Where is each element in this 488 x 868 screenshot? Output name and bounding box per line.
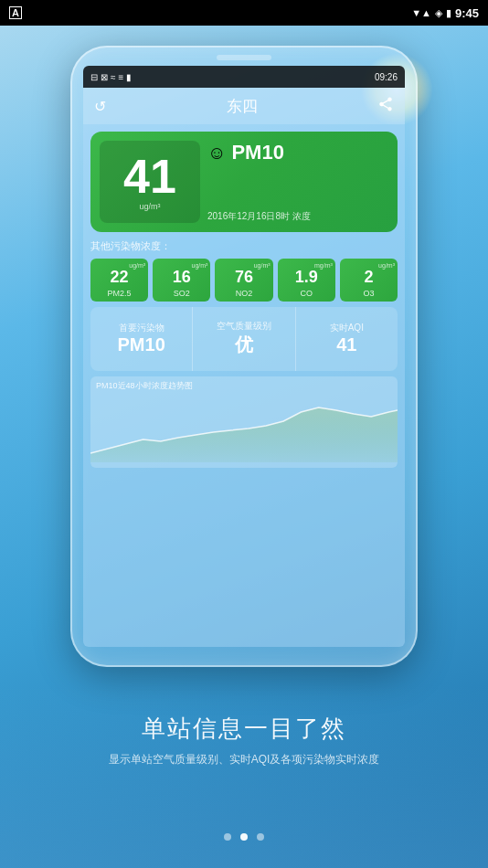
o3-label: O3 [363,289,374,298]
no2-label: NO2 [236,289,253,298]
air-quality-label: 空气质量级别 [217,320,271,333]
aqi-info: ☺ PM10 2016年12月16日8时 浓度 [207,141,388,223]
dot-1[interactable] [224,833,231,841]
info-row: 首要污染物 PM10 空气质量级别 优 实时AQI 41 [90,307,398,371]
pollutant-label: PM10 [231,141,283,164]
signal-icon: ▼▲ [411,7,431,18]
status-logo-icon: A [9,6,22,19]
phone-status-left-icons: ⊟ ⊠ ≈ ≡ ▮ [90,72,132,82]
so2-label: SO2 [174,289,190,298]
pollutants-row: ug/m³ 22 PM2.5 ug/m³ 16 SO2 ug/m³ 76 NO2… [90,259,398,302]
bottom-section: 单站信息一目了然 显示单站空气质量级别、实时AQI及各项污染物实时浓度 [0,685,488,868]
o3-value: 2 [364,269,373,287]
pm25-value: 22 [111,269,129,287]
app-toolbar: ↺ 东四 [83,88,405,124]
co-label: CO [300,289,313,298]
aqi-value-box: 41 ug/m³ [100,141,200,223]
battery-icon: ▮ [446,7,451,19]
wifi-icon: ◈ [435,7,442,19]
phone-screen: ⊟ ⊠ ≈ ≡ ▮ 09:26 ↺ 东四 41 ug/m³ [83,66,405,647]
phone-icon-5: ▮ [126,72,132,82]
pm-date: 2016年12月16日8时 浓度 [207,210,388,223]
primary-pollutant-label: 首要污染物 [119,322,164,334]
primary-pollutant-value: PM10 [118,334,165,355]
aqi-number: 41 [123,153,176,200]
status-time: 9:45 [455,6,479,20]
co-value: 1.9 [295,269,318,287]
status-left: A [9,6,22,19]
pm25-label: PM2.5 [108,289,132,298]
pollutants-section: 其他污染物浓度： ug/m³ 22 PM2.5 ug/m³ 16 SO2 ug/… [90,239,398,302]
pollutants-title: 其他污染物浓度： [90,239,398,253]
pollutant-o3: ug/m³ 2 O3 [340,259,398,302]
dot-3[interactable] [257,833,264,841]
pollutant-co: mg/m³ 1.9 CO [278,259,335,302]
toolbar-title: 东四 [227,96,258,117]
phone-speaker [217,55,271,60]
bottom-subtitle: 显示单站空气质量级别、实时AQI及各项污染物实时浓度 [109,752,380,767]
status-bar: A ▼▲ ◈ ▮ 9:45 [0,0,488,26]
chart-title: PM10近48小时浓度趋势图 [90,376,398,394]
chart-area: PM10近48小时浓度趋势图 [90,376,398,468]
so2-value: 16 [173,269,191,287]
bottom-title: 单站信息一目了然 [142,713,346,745]
pm-label-row: ☺ PM10 [207,141,388,164]
phone-mockup: ⊟ ⊠ ≈ ≡ ▮ 09:26 ↺ 东四 41 ug/m³ [70,46,418,667]
phone-icon-1: ⊟ [90,72,98,82]
info-cell-air-quality: 空气质量级别 优 [193,307,295,371]
main-aqi-card: 41 ug/m³ ☺ PM10 2016年12月16日8时 浓度 [90,132,398,232]
info-cell-primary-pollutant: 首要污染物 PM10 [90,307,193,371]
phone-status-bar: ⊟ ⊠ ≈ ≡ ▮ 09:26 [83,66,405,88]
pollutant-so2: ug/m³ 16 SO2 [153,259,210,302]
dot-2[interactable] [240,833,248,841]
dots-indicator[interactable] [224,833,264,841]
phone-time: 09:26 [375,72,398,82]
refresh-icon[interactable]: ↺ [94,98,106,115]
smiley-icon: ☺ [207,143,226,164]
realtime-aqi-label: 实时AQI [330,322,364,334]
realtime-aqi-value: 41 [336,334,356,355]
info-cell-realtime-aqi: 实时AQI 41 [296,307,398,371]
status-right: ▼▲ ◈ ▮ 9:45 [411,6,479,20]
chart-fill [90,408,398,462]
chart-svg [90,394,398,462]
phone-icon-3: ≈ [111,72,116,82]
aqi-unit: ug/m³ [139,202,160,211]
pollutant-no2: ug/m³ 76 NO2 [215,259,272,302]
no2-unit: ug/m³ [254,262,271,269]
so2-unit: ug/m³ [192,262,208,269]
air-quality-value: 优 [235,333,253,357]
o3-unit: ug/m³ [378,262,395,269]
pm25-unit: ug/m³ [129,262,145,269]
no2-value: 76 [235,269,253,287]
pollutant-pm25: ug/m³ 22 PM2.5 [90,259,148,302]
phone-icon-4: ≡ [119,72,124,82]
phone-icon-2: ⊠ [101,72,108,82]
share-icon[interactable] [377,96,394,116]
